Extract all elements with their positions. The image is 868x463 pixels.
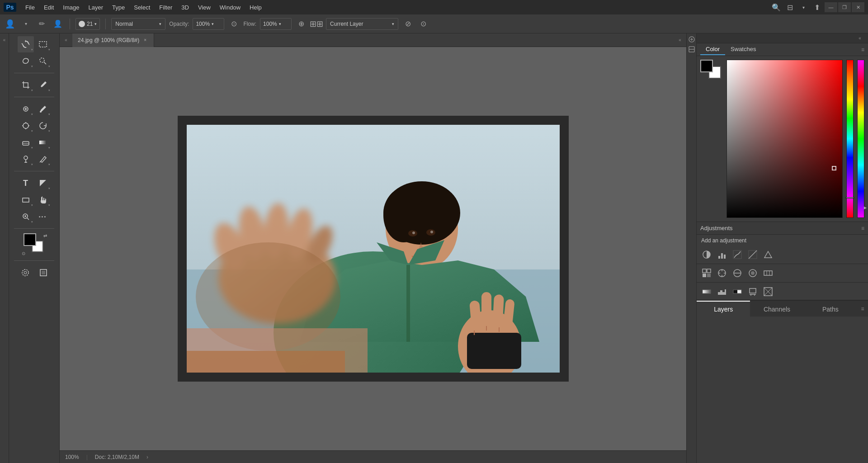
menu-3d[interactable]: 3D: [178, 2, 193, 13]
close-button[interactable]: ✕: [852, 2, 864, 12]
collapse-panel-right[interactable]: «: [675, 36, 684, 45]
fg-swatch[interactable]: [700, 60, 713, 72]
status-expand-button[interactable]: ›: [146, 454, 148, 460]
menu-edit[interactable]: Edit: [40, 2, 57, 13]
history-brush-tool[interactable]: ▾: [35, 118, 51, 134]
channels-tab[interactable]: Channels: [750, 301, 803, 317]
path-select-tool[interactable]: ▾: [35, 175, 51, 191]
tab-close-button[interactable]: ×: [142, 37, 148, 43]
svg-rect-68: [724, 255, 726, 259]
panel-icon-2[interactable]: [688, 45, 696, 53]
eraser-tool[interactable]: ▾: [18, 134, 34, 151]
layers-tab[interactable]: Layers: [697, 301, 750, 317]
smoothing-icon[interactable]: ⊕: [295, 18, 307, 30]
eyedropper-tool[interactable]: ▾: [35, 77, 51, 93]
brush-size-picker[interactable]: 21 ▾: [75, 18, 100, 30]
menu-file[interactable]: File: [22, 2, 38, 13]
screen-mode-button[interactable]: [35, 265, 52, 281]
reset-colors-icon[interactable]: ⊙: [22, 251, 25, 256]
toggle-adjust-icon[interactable]: ⊙: [417, 18, 429, 30]
canvas-image[interactable]: [187, 125, 560, 373]
spectrum-slider[interactable]: ▶: [857, 60, 864, 218]
tool-preset-arrow[interactable]: ▾: [20, 18, 32, 30]
canvas-container[interactable]: [60, 47, 686, 450]
threshold-icon[interactable]: [731, 285, 744, 298]
lasso-tool[interactable]: ▾: [18, 53, 34, 69]
hue-saturation-icon[interactable]: [716, 267, 728, 279]
more-tools-button[interactable]: •••: [35, 208, 51, 225]
hue-slider[interactable]: [846, 60, 854, 218]
gradient-map-icon[interactable]: [762, 248, 774, 261]
photo-filter-icon[interactable]: [746, 267, 759, 279]
gradient-map2-icon[interactable]: [700, 285, 713, 298]
color-gradient-picker[interactable]: [726, 60, 843, 218]
marquee-rect-tool[interactable]: ▾: [35, 36, 51, 52]
dodge-tool[interactable]: ▾: [18, 151, 34, 167]
menu-filter[interactable]: Filter: [156, 2, 176, 13]
collapse-left-button[interactable]: «: [0, 35, 9, 44]
adjustments-menu[interactable]: ≡: [861, 225, 864, 232]
paths-tab[interactable]: Paths: [804, 301, 857, 317]
posterize-icon[interactable]: [716, 285, 728, 298]
crop-tool[interactable]: ▾: [18, 77, 34, 93]
invert-icon[interactable]: [762, 285, 774, 298]
channels-icon[interactable]: ⊞⊞: [311, 18, 322, 30]
swatches-tab[interactable]: Swatches: [725, 44, 761, 55]
vibrance-icon[interactable]: [700, 267, 713, 279]
workspace-arrow-icon[interactable]: ▾: [797, 1, 809, 13]
zoom-tool[interactable]: ▾: [18, 208, 34, 225]
portrait-icon[interactable]: 👤: [52, 18, 64, 30]
quick-select-tool[interactable]: ▾: [35, 53, 51, 69]
flow-arrow: ▾: [279, 22, 281, 26]
flow-input[interactable]: 100% ▾: [260, 18, 292, 30]
maximize-button[interactable]: ❐: [838, 2, 851, 12]
foreground-color[interactable]: [24, 233, 36, 246]
document-tab[interactable]: 24.jpg @ 100% (RGB/8#) ×: [72, 33, 154, 47]
brightness-contrast-icon[interactable]: [700, 248, 713, 261]
clone-stamp-tool[interactable]: ▾: [18, 118, 34, 134]
panel-icon-1[interactable]: [688, 35, 696, 43]
blend-mode-dropdown[interactable]: Normal ▾: [111, 18, 165, 30]
hand-tool[interactable]: ▾: [35, 192, 51, 208]
menu-select[interactable]: Select: [130, 2, 154, 13]
menu-image[interactable]: Image: [59, 2, 83, 13]
search-icon[interactable]: 🔍: [770, 1, 782, 13]
collapse-right-button[interactable]: «: [855, 34, 864, 43]
color-tab[interactable]: Color: [700, 44, 725, 55]
opacity-input[interactable]: 100% ▾: [193, 18, 224, 30]
menu-layer[interactable]: Layer: [85, 2, 107, 13]
opacity-arrow: ▾: [212, 22, 214, 26]
color-balance-icon[interactable]: [731, 267, 744, 279]
quick-mask-button[interactable]: [17, 265, 33, 281]
tool-preset-button[interactable]: 👤: [4, 18, 16, 30]
brush-tool[interactable]: ▾: [35, 101, 51, 117]
minimize-button[interactable]: —: [825, 2, 837, 12]
text-tool[interactable]: T: [18, 175, 34, 191]
share-icon[interactable]: ⬆: [811, 1, 823, 13]
sample-all-icon[interactable]: ⊘: [402, 18, 414, 30]
gradient-tool[interactable]: ▾: [35, 134, 51, 151]
pen-tool[interactable]: ▾: [35, 151, 51, 167]
channel-mixer-icon[interactable]: [762, 267, 774, 279]
healing-brush-tool[interactable]: ▾: [18, 101, 34, 117]
brush-mode-button[interactable]: ✏: [35, 18, 48, 30]
exposure-icon[interactable]: [746, 248, 759, 261]
menu-help[interactable]: Help: [246, 2, 265, 13]
workspace-icon[interactable]: ⊟: [784, 1, 796, 13]
layers-panel-menu[interactable]: ≡: [857, 301, 868, 317]
svg-rect-72: [703, 269, 706, 273]
airbrush-icon[interactable]: ⊙: [228, 18, 240, 30]
curves-icon[interactable]: [731, 248, 744, 261]
menu-window[interactable]: Window: [216, 2, 244, 13]
shape-tool[interactable]: ▾: [18, 192, 34, 208]
selective-color-icon[interactable]: [746, 285, 759, 298]
collapse-panel-left[interactable]: «: [61, 36, 71, 45]
sample-dropdown[interactable]: Current Layer ▾: [326, 18, 398, 30]
move-tool[interactable]: ▾: [18, 36, 34, 52]
swap-colors-icon[interactable]: ⇄: [43, 233, 47, 238]
tool-row-7: ▾ ▾: [18, 151, 51, 167]
levels-icon[interactable]: [716, 248, 728, 261]
menu-type[interactable]: Type: [108, 2, 128, 13]
color-panel-menu[interactable]: ≡: [861, 47, 864, 53]
menu-view[interactable]: View: [194, 2, 214, 13]
